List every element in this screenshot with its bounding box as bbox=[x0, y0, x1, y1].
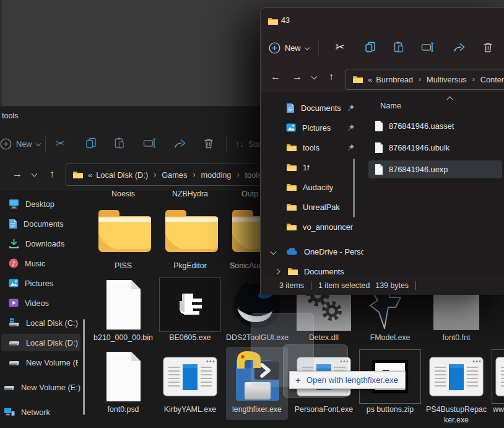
file-item[interactable]: BE0605.exe bbox=[159, 277, 221, 343]
sidebar-item-downloads[interactable]: Downloads bbox=[9, 235, 64, 252]
delete-icon[interactable] bbox=[202, 136, 215, 150]
folder-icon bbox=[95, 209, 151, 252]
svg-text:♪: ♪ bbox=[12, 260, 15, 267]
app-window-icon bbox=[429, 357, 484, 396]
window-folder-icon bbox=[267, 17, 278, 25]
history-chevron-icon[interactable] bbox=[311, 74, 318, 80]
breadcrumb-item[interactable]: modding bbox=[201, 170, 231, 180]
sidebar-item-videos[interactable]: Videos bbox=[9, 294, 49, 312]
folder-item[interactable]: PkgEditor bbox=[159, 201, 221, 271]
pictures-icon bbox=[286, 123, 296, 132]
sort-button[interactable]: ↑↓ Sor bbox=[235, 136, 261, 152]
breadcrumb-item[interactable]: Burnbread bbox=[376, 75, 413, 84]
up-button[interactable]: ↑ bbox=[50, 168, 54, 180]
breadcrumb-item[interactable]: tools bbox=[245, 170, 261, 180]
breadcrumb-item[interactable]: Local Disk (D:) bbox=[96, 170, 148, 180]
drive-icon bbox=[9, 338, 20, 347]
breadcrumb-item[interactable]: Games bbox=[162, 170, 187, 180]
chevron-down-icon bbox=[304, 45, 309, 50]
delete-icon[interactable] bbox=[481, 40, 495, 54]
blank-file-icon bbox=[103, 279, 143, 331]
sidebar-item-pictures[interactable]: Pictures bbox=[9, 274, 53, 292]
new-button[interactable]: New bbox=[0, 136, 40, 152]
plus-circle-icon bbox=[269, 42, 280, 54]
copy-icon[interactable] bbox=[363, 40, 377, 54]
sidebar-item-new-volume-e[interactable]: New Volume (E:) bbox=[4, 378, 80, 396]
file-item[interactable]: PS4BustupRepac ker.exe bbox=[425, 349, 487, 425]
downloads-icon bbox=[9, 238, 19, 249]
sidebar-item-new-volume-e-tree[interactable]: New Volume (E bbox=[9, 354, 78, 371]
folder-icon bbox=[286, 144, 297, 152]
file-item[interactable]: font0.psd bbox=[92, 349, 154, 414]
file-icon bbox=[374, 142, 383, 154]
status-item-count: 3 items bbox=[279, 281, 304, 290]
rename-icon[interactable] bbox=[421, 40, 435, 54]
sidebar-scrollbar[interactable] bbox=[353, 159, 355, 217]
toolbar-separator bbox=[45, 135, 46, 152]
list-item[interactable]: 876841946.ubulk bbox=[368, 139, 502, 157]
folder-icon bbox=[287, 268, 298, 276]
sidebar-item-documents[interactable]: Documents bbox=[9, 215, 64, 232]
file-icon bbox=[374, 120, 383, 132]
back-button[interactable]: ← bbox=[271, 71, 280, 82]
address-bar[interactable]: « Burnbread › Multiversus › Content bbox=[345, 69, 504, 90]
up-button[interactable]: ↑ bbox=[329, 71, 334, 82]
folder-icon bbox=[162, 209, 218, 252]
onedrive-cloud-icon bbox=[286, 248, 298, 255]
list-item-selected[interactable]: 876841946.uexp bbox=[368, 160, 502, 178]
share-icon[interactable] bbox=[452, 40, 466, 54]
sidebar-item-vo-announcer[interactable]: vo_announcer bbox=[286, 218, 363, 235]
sidebar-item-1f[interactable]: 1f bbox=[286, 159, 360, 176]
sidebar-item-local-disk-c[interactable]: Local Disk (C:) bbox=[9, 314, 78, 331]
folder-icon bbox=[352, 76, 363, 84]
toolbar-separator bbox=[318, 39, 319, 56]
sort-button-label: Sor bbox=[248, 139, 261, 149]
sidebar-item-desktop[interactable]: Desktop bbox=[9, 195, 54, 212]
copy-plus-icon: + bbox=[295, 375, 301, 385]
chevron-down-icon bbox=[35, 141, 40, 146]
sidebar-item-unrealpak[interactable]: UnrealPak bbox=[286, 198, 360, 216]
sidebar-item-local-disk-d[interactable]: Local Disk (D:) bbox=[9, 334, 78, 351]
file-item[interactable]: b210_000_00.bin bbox=[92, 277, 154, 343]
breadcrumb-item[interactable]: Multiversus bbox=[427, 75, 467, 84]
column-header-name[interactable]: Name bbox=[380, 101, 401, 110]
toolbar-separator bbox=[226, 135, 227, 152]
drive-icon bbox=[4, 383, 15, 391]
sidebar-scrollbar[interactable] bbox=[83, 319, 85, 415]
sidebar-item-network[interactable]: Network bbox=[4, 403, 50, 421]
paste-icon[interactable] bbox=[392, 40, 406, 54]
new-button[interactable]: New bbox=[269, 40, 309, 56]
breadcrumb-separator-icon: › bbox=[192, 170, 196, 179]
folder-item[interactable]: PISS bbox=[92, 201, 154, 271]
app-window-icon bbox=[495, 357, 504, 396]
explorer-window-43: 43 New ✂ ← → ↑ « Burnbread › Multiversus… bbox=[260, 7, 504, 295]
share-icon[interactable] bbox=[173, 136, 186, 150]
forward-button[interactable]: → bbox=[12, 168, 22, 180]
status-selected-size: 139 bytes bbox=[375, 281, 409, 290]
sidebar-item-onedrive[interactable]: OneDrive - Perso bbox=[286, 243, 363, 260]
paste-icon[interactable] bbox=[113, 136, 126, 150]
sidebar-item-music[interactable]: ♪Music bbox=[9, 255, 45, 272]
breadcrumb-overflow-icon[interactable]: « bbox=[88, 170, 91, 180]
sidebar-item-audacity[interactable]: Audacity bbox=[286, 178, 360, 196]
file-item[interactable]: KirbyYAML.exe bbox=[159, 349, 221, 414]
breadcrumb-separator-icon: › bbox=[153, 170, 157, 179]
pin-icon bbox=[347, 104, 355, 111]
cut-icon[interactable]: ✂ bbox=[333, 40, 347, 54]
copy-icon[interactable] bbox=[84, 136, 98, 150]
list-item[interactable]: 876841946.uasset bbox=[368, 117, 502, 135]
status-selected-count: 1 item selected bbox=[318, 281, 370, 290]
pin-icon bbox=[347, 144, 355, 151]
file-item[interactable]: ww bbox=[492, 349, 504, 414]
pixel-hand-icon bbox=[175, 291, 206, 318]
forward-button[interactable]: → bbox=[292, 71, 302, 82]
desktop-icon bbox=[9, 199, 19, 209]
cut-icon[interactable]: ✂ bbox=[53, 136, 67, 150]
folder-item[interactable]: Noesis bbox=[92, 188, 154, 199]
network-icon bbox=[4, 408, 15, 417]
os-drive-icon bbox=[9, 318, 20, 328]
breadcrumb-overflow-icon[interactable]: « bbox=[368, 75, 371, 84]
breadcrumb-item[interactable]: Content bbox=[480, 75, 504, 84]
folder-item[interactable]: NZBHydra bbox=[159, 188, 221, 199]
rename-icon[interactable] bbox=[143, 136, 157, 150]
